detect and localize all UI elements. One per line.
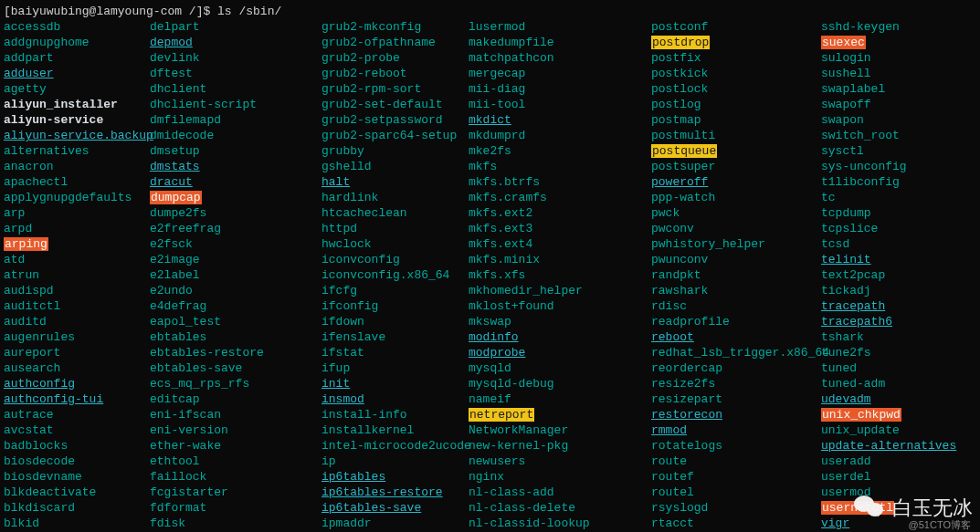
file-entry: tcsd	[821, 236, 980, 252]
file-entry: sysctl	[821, 143, 980, 159]
file-entry: mergecap	[469, 66, 651, 81]
file-entry: sshd-keygen	[821, 19, 980, 35]
file-name: tcsd	[821, 237, 849, 251]
file-entry: fdformat	[150, 500, 321, 516]
file-name: swapoff	[821, 98, 871, 111]
file-entry: unix_update	[821, 422, 980, 438]
file-name: rdisc	[651, 299, 687, 313]
file-entry: accessdb	[4, 19, 150, 35]
file-name: grub2-set-default	[321, 98, 443, 111]
file-name: ip	[321, 454, 336, 468]
file-name: sulogin	[821, 51, 871, 65]
file-entry: mkfs.ext3	[469, 221, 651, 236]
file-name: hwclock	[321, 237, 372, 251]
file-name: avcstat	[4, 423, 54, 437]
ls-column-3: grub2-mkconfiggrub2-ofpathnamegrub2-prob…	[321, 19, 469, 531]
file-name: unix_update	[821, 423, 900, 437]
file-entry: e2image	[150, 252, 321, 267]
file-name: mkfs	[469, 160, 497, 173]
file-entry: ifcfg	[321, 283, 469, 298]
file-entry: eni-version	[150, 422, 321, 438]
file-entry: e2freefrag	[150, 221, 321, 236]
file-name: arpd	[4, 222, 32, 235]
file-name: halt	[321, 175, 350, 189]
file-name: adduser	[4, 67, 54, 80]
ls-column-1: accessdbaddgnupghomeaddpartadduseragetty…	[4, 19, 150, 531]
file-name: ebtables-restore	[150, 346, 264, 360]
file-entry: postkick	[651, 66, 821, 81]
file-entry: pwconv	[651, 221, 821, 236]
file-name: aliyun_installer	[4, 98, 118, 111]
file-name: e2freefrag	[150, 222, 221, 235]
file-name: mkfs.ext4	[469, 237, 532, 251]
file-entry: mii-tool	[469, 97, 651, 112]
file-entry: t1libconfig	[821, 174, 980, 190]
file-name: ip6tables-restore	[321, 485, 443, 499]
file-name: addpart	[4, 51, 54, 65]
file-name: blkid	[4, 516, 39, 530]
file-entry: matchpathcon	[469, 50, 651, 66]
file-entry: ausearch	[4, 360, 150, 376]
file-entry: tuned-adm	[821, 376, 980, 391]
file-entry: route	[651, 454, 821, 469]
file-name: authconfig	[4, 377, 75, 391]
file-name: ebtables	[150, 330, 206, 344]
file-name: ebtables-save	[150, 361, 242, 375]
file-entry: udevadm	[821, 391, 980, 407]
file-name: faillock	[150, 470, 206, 484]
file-entry: postlog	[651, 97, 821, 112]
file-entry: ifstat	[321, 345, 469, 360]
file-name: ip6tables-save	[321, 501, 421, 515]
file-name: nl-classid-lookup	[469, 516, 590, 530]
file-entry: htcacheclean	[321, 205, 469, 221]
file-entry: audispd	[4, 283, 150, 298]
file-name: route	[651, 454, 687, 468]
file-entry: new-kernel-pkg	[469, 438, 651, 454]
file-entry: unix_chkpwd	[821, 407, 980, 422]
file-entry: mkfs.minix	[469, 252, 651, 267]
file-entry: init	[321, 376, 469, 391]
file-name: arp	[4, 206, 25, 220]
file-entry: ebtables-save	[150, 360, 321, 376]
file-name: grub2-reboot	[321, 67, 407, 80]
file-name: dftest	[150, 67, 193, 80]
file-name: ifcfg	[321, 284, 357, 297]
file-entry: aliyun_installer	[4, 97, 150, 112]
file-entry: suexec	[821, 35, 980, 50]
file-name: fdisk	[150, 516, 185, 530]
file-entry: badblocks	[4, 438, 150, 454]
file-name: tcpslice	[821, 222, 878, 235]
file-name: rawshark	[651, 284, 708, 297]
file-entry: mkhomedir_helper	[469, 283, 651, 298]
file-entry: tracepath6	[821, 314, 980, 329]
file-entry: tcpdump	[821, 205, 980, 221]
file-name: mkdumprd	[469, 129, 525, 142]
file-entry: userdel	[821, 469, 980, 485]
file-name: pwck	[651, 206, 680, 220]
file-name: postsuper	[651, 160, 715, 173]
file-name: grub2-probe	[321, 51, 400, 65]
file-name: ppp-watch	[651, 191, 715, 204]
file-name: tune2fs	[821, 346, 871, 360]
file-name: userdel	[821, 470, 871, 484]
file-name: NetworkManager	[469, 423, 568, 437]
file-entry: fcgistarter	[150, 485, 321, 500]
file-entry: ip6tables-restore	[321, 485, 469, 500]
file-entry: blkdeactivate	[4, 485, 150, 500]
file-entry: dhclient	[150, 81, 321, 97]
file-entry: swaplabel	[821, 81, 980, 97]
file-entry: mkswap	[469, 314, 651, 329]
file-entry: pwhistory_helper	[651, 236, 821, 252]
file-name: dumpe2fs	[150, 206, 206, 220]
file-name: postkick	[651, 67, 708, 80]
file-name: tc	[821, 191, 836, 204]
file-name: ifstat	[321, 346, 364, 360]
file-entry: e2undo	[150, 283, 321, 298]
file-entry: ifconfig	[321, 298, 469, 314]
file-entry: mkfs.btrfs	[469, 174, 651, 190]
file-entry: switch_root	[821, 128, 980, 143]
file-entry: atrun	[4, 267, 150, 283]
file-name: delpart	[150, 20, 200, 34]
file-entry: tcpslice	[821, 221, 980, 236]
file-entry: e2label	[150, 267, 321, 283]
